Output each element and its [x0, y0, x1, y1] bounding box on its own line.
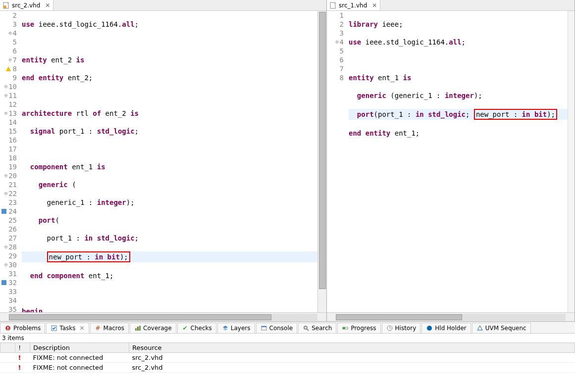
tab-history[interactable]: History [382, 323, 421, 333]
svg-line-20 [307, 329, 309, 331]
svg-marker-16 [223, 328, 228, 331]
layers-icon [222, 325, 229, 332]
hscrollbar-left[interactable] [0, 312, 326, 321]
svg-rect-14 [139, 326, 141, 331]
svg-rect-22 [343, 327, 345, 329]
tasks-view: 3 items ! Description Resource ! FIXME: … [0, 334, 575, 392]
tab-tasks[interactable]: Tasks✕ [46, 323, 89, 333]
tab-problems[interactable]: Problems [0, 323, 45, 333]
tasks-table[interactable]: ! Description Resource ! FIXME: not conn… [0, 343, 575, 373]
svg-marker-25 [477, 326, 482, 330]
hld-icon [426, 325, 433, 332]
hscrollbar-right[interactable] [327, 312, 575, 321]
priority-high-icon: ! [18, 354, 21, 361]
close-icon[interactable]: ✕ [79, 325, 84, 332]
warning-icon [5, 65, 12, 72]
vhd-file-icon [3, 2, 10, 9]
tab-layers[interactable]: Layers [217, 323, 255, 333]
tab-checks[interactable]: ✔Checks [177, 323, 216, 333]
code-area-left[interactable]: 2 3 ⊖4 5 6 ⊖7 8 9 ⊖10 ⊖11 12 ⊖13 14 15 1… [0, 11, 326, 312]
col-resource[interactable]: Resource [129, 343, 575, 353]
highlight-new-port-decl: new_port : in bit); [47, 251, 130, 262]
editor-pane-right: src_1.vhd ✕ 1 2 3 ⊖4 5 6 7 8 library iee… [327, 0, 575, 321]
line-gutter: 2 3 ⊖4 5 6 ⊖7 8 9 ⊖10 ⊖11 12 ⊖13 14 15 1… [0, 11, 22, 312]
svg-marker-3 [6, 66, 11, 71]
svg-rect-13 [137, 327, 139, 331]
tab-console[interactable]: Console [256, 323, 298, 333]
tasks-count: 3 items [0, 334, 575, 343]
editor-pane-left: src_2.vhd ✕ 2 3 ⊖4 5 6 ⊖7 8 9 ⊖10 ⊖11 12… [0, 0, 327, 321]
uvm-icon [476, 325, 483, 332]
task-icon [0, 279, 7, 286]
svg-rect-9 [7, 327, 8, 329]
tasks-icon [51, 325, 57, 332]
close-icon[interactable]: ✕ [45, 2, 50, 9]
console-icon [261, 325, 267, 332]
tab-uvm[interactable]: UVM Sequenc [472, 323, 531, 333]
code-area-right[interactable]: 1 2 3 ⊖4 5 6 7 8 library ieee; use ieee.… [327, 11, 575, 312]
editor-tabs-left: src_2.vhd ✕ [0, 0, 326, 11]
tab-label: src_2.vhd [12, 2, 40, 9]
svg-rect-5 [1, 280, 6, 285]
editor-area: src_2.vhd ✕ 2 3 ⊖4 5 6 ⊖7 8 9 ⊖10 ⊖11 12… [0, 0, 575, 322]
tab-src1[interactable]: src_1.vhd ✕ [327, 0, 380, 10]
code-body-left[interactable]: use ieee.std_logic_1164.all; entity ent_… [22, 11, 319, 312]
svg-rect-12 [135, 328, 137, 331]
svg-rect-18 [261, 326, 266, 327]
view-tabs: Problems Tasks✕ #Macros Coverage ✔Checks… [0, 322, 575, 334]
history-icon [386, 325, 393, 332]
table-row[interactable]: ! FIXME: not connected src_2.vhd [0, 353, 575, 363]
editor-tabs-right: src_1.vhd ✕ [327, 0, 575, 11]
close-icon[interactable]: ✕ [372, 2, 377, 9]
svg-point-24 [427, 326, 432, 331]
col-description[interactable]: Description [30, 343, 129, 353]
views-panel: Problems Tasks✕ #Macros Coverage ✔Checks… [0, 322, 575, 392]
workbench: src_2.vhd ✕ 2 3 ⊖4 5 6 ⊖7 8 9 ⊖10 ⊖11 12… [0, 0, 575, 392]
checks-icon: ✔ [182, 325, 189, 332]
tab-coverage[interactable]: Coverage [130, 323, 176, 333]
line-gutter: 1 2 3 ⊖4 5 6 7 8 [327, 11, 349, 312]
code-body-right[interactable]: library ieee; use ieee.std_logic_1164.al… [349, 11, 568, 312]
vscrollbar-left[interactable] [317, 11, 326, 312]
overview-ruler[interactable] [568, 11, 575, 312]
tab-macros[interactable]: #Macros [90, 323, 129, 333]
coverage-icon [134, 325, 141, 332]
svg-rect-10 [7, 329, 8, 330]
vhd-file-icon [330, 2, 337, 9]
task-icon [0, 208, 7, 215]
priority-high-icon: ! [18, 364, 21, 371]
table-row[interactable]: ! FIXME: not connected src_2.vhd [0, 363, 575, 373]
svg-point-2 [3, 5, 6, 8]
svg-rect-4 [1, 209, 6, 214]
problems-icon [4, 325, 11, 332]
macros-icon: # [95, 325, 102, 332]
highlight-new-port-src1: new_port : in bit); [474, 109, 557, 120]
col-priority[interactable]: ! [15, 343, 30, 353]
tab-search[interactable]: Search [298, 323, 336, 333]
col-complete[interactable] [0, 343, 15, 353]
svg-point-19 [304, 326, 307, 329]
tab-src2[interactable]: src_2.vhd ✕ [0, 0, 53, 10]
search-icon [303, 325, 310, 332]
progress-icon [342, 325, 349, 332]
tab-hld-holder[interactable]: Hld Holder [421, 323, 470, 333]
tab-progress[interactable]: Progress [337, 323, 380, 333]
tab-label: src_1.vhd [339, 2, 367, 9]
